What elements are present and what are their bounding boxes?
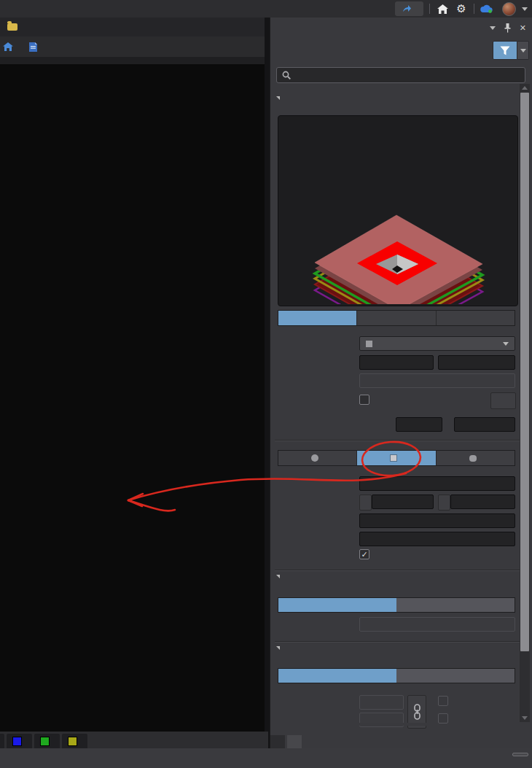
home-icon[interactable]: [436, 2, 449, 15]
tolerance-plus-input[interactable]: [372, 494, 434, 509]
section-paste-mask[interactable]: [276, 575, 284, 578]
document-tab-bar: [0, 18, 268, 36]
account-caret-icon[interactable]: [522, 7, 528, 11]
solder-top-input: [359, 695, 404, 710]
offset-y-input[interactable]: [454, 417, 515, 432]
tolerance-minus-chip: [438, 494, 450, 511]
hole-tab-slot[interactable]: [437, 451, 515, 465]
thermal-direct-checkbox[interactable]: [359, 395, 369, 405]
collapse-icon: [276, 646, 280, 650]
share-arrow-icon: [402, 4, 412, 13]
layer-color-swatch: [12, 737, 22, 746]
solder-mask-mode: [278, 668, 515, 683]
hole-shape-tabs: [278, 450, 515, 466]
tab-properties[interactable]: [287, 735, 302, 748]
pin-icon[interactable]: [504, 23, 511, 33]
chrome-strip: [0, 57, 268, 64]
tab-home-page[interactable]: [3, 42, 17, 51]
rect-icon: [390, 454, 397, 462]
filter-caret-button[interactable]: [517, 41, 529, 60]
report-icon: [29, 42, 37, 52]
thermal-more-button[interactable]: [490, 392, 516, 409]
panel-menu-caret-icon[interactable]: [490, 26, 496, 30]
collapse-icon: [276, 96, 280, 100]
panel-tab-bar: [270, 735, 302, 748]
tented-top-checkbox[interactable]: [438, 696, 448, 706]
tolerance-minus-input[interactable]: [450, 494, 515, 509]
solder-rule-button[interactable]: [278, 669, 396, 683]
length-input[interactable]: [359, 513, 515, 528]
status-bar: [0, 748, 532, 768]
scroll-down-icon[interactable]: [522, 716, 528, 720]
hole-tab-rect[interactable]: [357, 451, 436, 465]
layer-tab-bottom-component-outline[interactable]: [62, 734, 87, 748]
pcb-editor-viewport[interactable]: [0, 64, 265, 732]
solder-manual-button[interactable]: [396, 669, 515, 683]
share-button[interactable]: [395, 1, 423, 16]
panel-close-icon[interactable]: ✕: [520, 23, 526, 33]
divider: [275, 440, 527, 441]
stack-mode-tabs: [278, 310, 515, 326]
pcb-artwork: [0, 64, 265, 732]
section-solder-mask[interactable]: [276, 646, 284, 650]
plated-checkbox[interactable]: ✓: [359, 549, 369, 559]
altium-designer-window: ⚙: [0, 0, 532, 768]
paste-manual-button[interactable]: [396, 598, 515, 612]
layer-tab-bar: [0, 732, 268, 748]
paste-mask-mode: [278, 597, 515, 613]
pad-3d-preview[interactable]: [278, 116, 516, 304]
shape-swatch-icon: [366, 341, 372, 347]
hole-size-input[interactable]: [359, 476, 515, 491]
top-bar: ⚙: [0, 0, 532, 18]
divider: [275, 570, 527, 571]
panel-scrollbar[interactable]: [520, 84, 530, 722]
round-icon: [311, 454, 318, 462]
pad-y-input[interactable]: [438, 355, 515, 370]
selection-status: [272, 723, 438, 726]
avatar[interactable]: [502, 2, 516, 16]
layer-tab-l12[interactable]: [7, 734, 32, 748]
layer-tab-top-component-outline[interactable]: [34, 734, 60, 748]
funnel-icon: [500, 46, 510, 55]
paste-rule-button[interactable]: [278, 598, 396, 612]
tab-drv-report[interactable]: [29, 42, 42, 52]
panel-splitter[interactable]: [265, 18, 270, 748]
document-icon: [7, 23, 17, 31]
hole-tab-round[interactable]: [278, 451, 357, 465]
separator: [474, 4, 474, 14]
shape-dropdown[interactable]: [359, 336, 515, 351]
tented-bottom-checkbox[interactable]: [438, 713, 448, 724]
collapse-icon: [276, 575, 280, 578]
section-pad-stack[interactable]: [276, 96, 284, 100]
search-icon: [282, 71, 291, 79]
chain-link-icon: [413, 704, 421, 720]
properties-panel: ✕: [270, 18, 532, 748]
panels-button[interactable]: [512, 753, 528, 756]
layer-tab-l11[interactable]: [0, 734, 4, 748]
separator: [429, 4, 430, 14]
home-page-icon: [3, 42, 13, 51]
tolerance-plus-chip: [359, 494, 372, 511]
account-area[interactable]: [480, 4, 496, 13]
filter-split-button[interactable]: [493, 41, 529, 60]
gear-icon[interactable]: ⚙: [455, 2, 468, 15]
slot-icon: [469, 455, 477, 462]
secondary-tab-bar: [0, 36, 271, 57]
paste-mask-value-input: [359, 617, 515, 632]
cloud-icon: [480, 4, 493, 13]
filter-button[interactable]: [493, 41, 517, 60]
pad-preview: [278, 115, 518, 306]
pad-x-input[interactable]: [359, 355, 434, 370]
search-input[interactable]: [276, 67, 525, 83]
tab-top-middle-bottom[interactable]: [357, 311, 436, 325]
scrollbar-thumb[interactable]: [520, 93, 529, 651]
tab-components[interactable]: [270, 735, 285, 748]
tab-full-stack[interactable]: [437, 311, 515, 325]
rotation-input[interactable]: [359, 532, 515, 546]
corner-radius-input: [359, 373, 515, 388]
divider: [275, 641, 527, 643]
offset-x-input[interactable]: [396, 417, 442, 432]
tab-simple[interactable]: [278, 311, 357, 325]
scroll-up-icon[interactable]: [522, 86, 528, 90]
layer-color-swatch: [68, 737, 77, 746]
